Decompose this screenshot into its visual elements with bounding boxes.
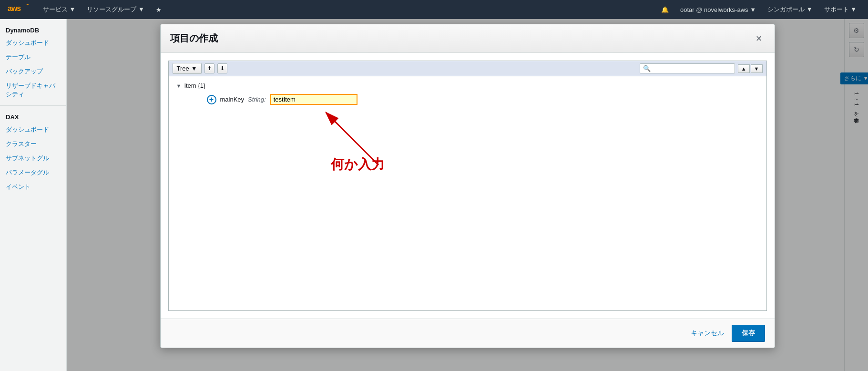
sidebar-dax-params[interactable]: パラメータグル <box>0 165 66 180</box>
tree-content: ▼ Item {1} + mainKey String: <box>168 76 767 311</box>
account-menu[interactable]: ootar @ novelworks-aws ▼ <box>676 4 760 15</box>
annotation-text: 何か入力 <box>331 155 385 174</box>
tree-view-dropdown[interactable]: Tree ▼ <box>173 63 202 74</box>
tree-nav-down[interactable]: ▼ <box>751 64 763 73</box>
save-button[interactable]: 保存 <box>732 325 765 342</box>
tree-root-label: Item {1} <box>184 82 205 89</box>
modal-body: Tree ▼ ⬆ ⬇ 🔍 ▲ ▼ <box>161 53 775 319</box>
sidebar-tables[interactable]: テーブル <box>0 50 66 64</box>
content-area: 項目の作成 × Tree ▼ ⬆ ⬇ 🔍 <box>67 19 868 371</box>
modal-header: 項目の作成 × <box>161 24 775 53</box>
sort-up-button[interactable]: ⬆ <box>204 63 214 73</box>
cancel-button[interactable]: キャンセル <box>691 329 724 338</box>
add-attribute-button[interactable]: + <box>207 95 216 104</box>
search-icon: 🔍 <box>643 65 651 72</box>
attribute-name: mainKey <box>220 96 245 103</box>
sidebar-dashboard[interactable]: ダッシュボード <box>0 36 66 50</box>
tree-view-label: Tree <box>177 65 189 72</box>
sidebar: DynamoDB ダッシュボード テーブル バックアップ リザーブドキャパシティ… <box>0 19 67 371</box>
main-layout: DynamoDB ダッシュボード テーブル バックアップ リザーブドキャパシティ… <box>0 19 868 371</box>
dax-section-title: DAX <box>0 110 66 123</box>
svg-line-2 <box>326 113 378 165</box>
create-item-modal: 項目の作成 × Tree ▼ ⬆ ⬇ 🔍 <box>160 24 775 348</box>
svg-text:aws: aws <box>8 4 21 12</box>
tree-root-item: ▼ Item {1} <box>169 80 766 91</box>
sidebar-divider-1 <box>0 105 66 106</box>
top-navigation: aws サービス ▼ リソースグループ ▼ ★ 🔔 ootar @ novelw… <box>0 0 868 19</box>
modal-footer: キャンセル 保存 <box>161 319 775 348</box>
tree-search-input[interactable] <box>653 65 724 72</box>
region-menu[interactable]: シンガポール ▼ <box>764 3 816 16</box>
sidebar-dax-events[interactable]: イベント <box>0 180 66 194</box>
favorites-icon[interactable]: ★ <box>151 4 166 15</box>
modal-title: 項目の作成 <box>170 32 218 45</box>
sort-down-button[interactable]: ⬇ <box>217 63 227 73</box>
sidebar-dax-subnets[interactable]: サブネットグル <box>0 151 66 165</box>
attribute-type: String: <box>248 96 266 103</box>
app-title: DynamoDB <box>0 23 66 36</box>
top-nav-right: 🔔 ootar @ novelworks-aws ▼ シンガポール ▼ サポート… <box>657 3 860 16</box>
services-menu[interactable]: サービス ▼ <box>38 3 80 16</box>
tree-nav-buttons: ▲ ▼ <box>738 64 763 73</box>
modal-close-button[interactable]: × <box>753 32 765 45</box>
sidebar-dax-clusters[interactable]: クラスター <box>0 137 66 151</box>
attribute-value-input[interactable] <box>270 94 357 105</box>
tree-search-container: 🔍 <box>640 63 735 73</box>
top-nav-items: サービス ▼ リソースグループ ▼ ★ <box>38 3 657 16</box>
annotation-arrow <box>312 108 407 170</box>
tree-expand-icon[interactable]: ▼ <box>176 83 182 89</box>
support-menu[interactable]: サポート ▼ <box>820 3 860 16</box>
tree-toolbar: Tree ▼ ⬆ ⬇ 🔍 ▲ ▼ <box>168 61 767 76</box>
aws-logo: aws <box>8 1 31 18</box>
tree-nav-up[interactable]: ▲ <box>738 64 750 73</box>
tree-view-dropdown-arrow: ▼ <box>191 65 197 72</box>
notifications-bell[interactable]: 🔔 <box>657 4 673 15</box>
aws-logo-container: aws <box>8 2 31 17</box>
sidebar-reserved[interactable]: リザーブドキャパシティ <box>0 79 66 102</box>
modal-backdrop: 項目の作成 × Tree ▼ ⬆ ⬇ 🔍 <box>67 19 868 371</box>
resource-groups-menu[interactable]: リソースグループ ▼ <box>82 3 149 16</box>
tree-child-item: + mainKey String: <box>169 91 766 108</box>
sidebar-dax-dashboard[interactable]: ダッシュボード <box>0 123 66 137</box>
sidebar-backups[interactable]: バックアップ <box>0 64 66 79</box>
